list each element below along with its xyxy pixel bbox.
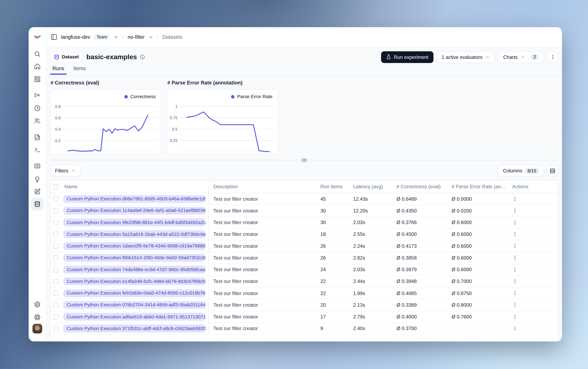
run-name-link[interactable]: Custom Python Execution f6bb1614-1f90-40…	[63, 254, 206, 262]
select-all-checkbox[interactable]	[50, 184, 61, 189]
chevron-down-icon[interactable]	[114, 35, 118, 39]
cell-parse-error: Ø 0.0200	[451, 208, 505, 214]
row-actions-button[interactable]	[505, 208, 558, 213]
legend-dot	[124, 95, 128, 98]
run-name-link[interactable]: Custom Python Execution 9fe23f98-881e-44…	[63, 218, 206, 226]
row-checkbox[interactable]	[50, 243, 61, 249]
row-actions-button[interactable]	[505, 196, 558, 202]
playground-icon[interactable]	[34, 146, 41, 153]
dashboards-icon[interactable]	[34, 76, 41, 82]
row-checkbox[interactable]	[50, 326, 61, 331]
scores-icon[interactable]	[34, 163, 41, 169]
chart-legend: Correctness	[124, 94, 156, 99]
filters-button[interactable]: Filters	[50, 165, 81, 176]
search-icon[interactable]	[34, 51, 41, 57]
chevron-down-icon[interactable]	[148, 35, 153, 39]
col-header-latency[interactable]: Latency (avg)	[353, 184, 396, 189]
sessions-icon[interactable]	[34, 105, 41, 112]
kebab-menu-button[interactable]	[547, 51, 558, 63]
run-name-link[interactable]: Custom Python Execution 371f531c-abff-4d…	[63, 325, 206, 332]
row-checkbox[interactable]	[50, 302, 61, 308]
last-page-button[interactable]: »	[543, 338, 553, 341]
cell-run-items: 30	[320, 220, 353, 225]
first-page-button[interactable]: «	[502, 338, 512, 341]
page-number-input[interactable]: 1	[465, 338, 479, 341]
row-actions-button[interactable]	[505, 314, 558, 319]
row-height-button[interactable]	[547, 165, 558, 176]
info-icon[interactable]	[140, 54, 145, 60]
col-header-run-items[interactable]: Run Items	[320, 184, 353, 189]
breadcrumb-separator: /	[157, 34, 159, 40]
tab-runs[interactable]: Runs	[52, 64, 65, 74]
settings-gear-icon[interactable]	[34, 301, 41, 308]
row-checkbox[interactable]	[50, 279, 61, 284]
sidebar-toggle-icon[interactable]	[50, 34, 57, 40]
tab-items[interactable]: Items	[73, 64, 87, 74]
row-checkbox[interactable]	[50, 314, 61, 319]
tracing-icon[interactable]	[34, 92, 41, 99]
run-name-link[interactable]: Custom Python Execution 74de488e-ec9d-47…	[63, 266, 206, 274]
cell-description: Test our filter creator	[209, 208, 320, 214]
charts-dropdown[interactable]: Charts 2	[498, 51, 543, 63]
run-name-link[interactable]: Custom Python Execution 1daec0f9-5e78-43…	[63, 242, 206, 250]
resize-grip-handle[interactable]	[301, 158, 308, 163]
langfuse-logo[interactable]	[34, 33, 41, 41]
cell-parse-error: Ø 0.6000	[451, 255, 505, 261]
home-icon[interactable]	[34, 63, 41, 70]
row-actions-button[interactable]	[505, 267, 558, 272]
row-actions-button[interactable]	[505, 232, 558, 237]
cell-latency: 2.03s	[353, 220, 396, 225]
pagination-controls: « ‹ › »	[502, 338, 553, 341]
col-header-correctness[interactable]: # Correctness (eval)	[396, 184, 451, 189]
row-actions-button[interactable]	[505, 243, 558, 249]
run-name-link[interactable]: Custom Python Execution 114aa9ef-29e6-4e…	[63, 207, 206, 215]
rows-per-page-select[interactable]: 50	[416, 338, 437, 341]
row-checkbox[interactable]	[50, 196, 61, 202]
row-actions-button[interactable]	[505, 279, 558, 284]
run-name-link[interactable]: Custom Python Execution e14fa348-5cfc-49…	[63, 277, 206, 285]
col-header-description[interactable]: Description	[209, 184, 320, 189]
cell-parse-error: Ø 0.7600	[451, 314, 505, 319]
run-name-link[interactable]: Custom Python Execution d66e7991-8595-45…	[63, 195, 206, 203]
next-page-button[interactable]: ›	[529, 338, 540, 341]
prompts-icon[interactable]	[34, 134, 41, 141]
row-checkbox[interactable]	[50, 220, 61, 225]
row-actions-button[interactable]	[505, 326, 558, 331]
run-name-link[interactable]: Custom Python Execution fe91b83e-04a5-47…	[63, 289, 206, 297]
users-icon[interactable]	[34, 117, 41, 124]
row-checkbox[interactable]	[50, 267, 61, 272]
run-name-link[interactable]: Custom Python Execution 076b2704-341d-48…	[63, 301, 206, 309]
insights-icon[interactable]	[34, 176, 41, 183]
run-name-link[interactable]: Custom Python Execution adfae619-abb0-4d…	[63, 313, 206, 321]
breadcrumb-separator: /	[122, 34, 124, 40]
row-checkbox[interactable]	[50, 290, 61, 296]
row-actions-button[interactable]	[505, 302, 558, 308]
row-actions-button[interactable]	[505, 290, 558, 296]
kebab-icon	[512, 255, 518, 260]
datasets-icon-active[interactable]	[31, 198, 44, 211]
breadcrumb-project[interactable]: no-filter	[128, 34, 145, 40]
run-experiment-button[interactable]: Run experiment	[381, 51, 433, 63]
breadcrumb-section[interactable]: Datasets	[162, 34, 182, 40]
cell-description: Test our filter creator	[209, 314, 320, 319]
evaluators-dropdown[interactable]: 1 active evaluators	[437, 51, 495, 63]
row-checkbox[interactable]	[50, 208, 61, 213]
breadcrumb-org[interactable]: langfuse-dev	[61, 34, 90, 40]
row-actions-button[interactable]	[505, 220, 558, 225]
row-checkbox[interactable]	[50, 255, 61, 260]
row-actions-button[interactable]	[505, 255, 558, 260]
cell-correctness: Ø 0.3766	[396, 220, 451, 225]
cell-parse-error: Ø 0.6000	[451, 267, 505, 272]
annotation-icon[interactable]	[34, 188, 41, 195]
col-header-name[interactable]: Name	[61, 180, 209, 193]
row-checkbox[interactable]	[50, 232, 61, 237]
columns-button[interactable]: Columns 8/15	[498, 165, 544, 176]
run-name-link[interactable]: Custom Python Execution 5a15a616-1bab-44…	[63, 230, 206, 238]
cell-run-items: 18	[320, 231, 353, 237]
col-header-parse-error[interactable]: # Parse Error Rate (an...	[451, 184, 505, 189]
kebab-icon	[512, 243, 518, 249]
prev-page-button[interactable]: ‹	[516, 338, 526, 341]
user-avatar[interactable]	[32, 324, 42, 333]
support-lifebuoy-icon[interactable]	[34, 314, 41, 321]
cell-run-items: 9	[320, 326, 353, 331]
